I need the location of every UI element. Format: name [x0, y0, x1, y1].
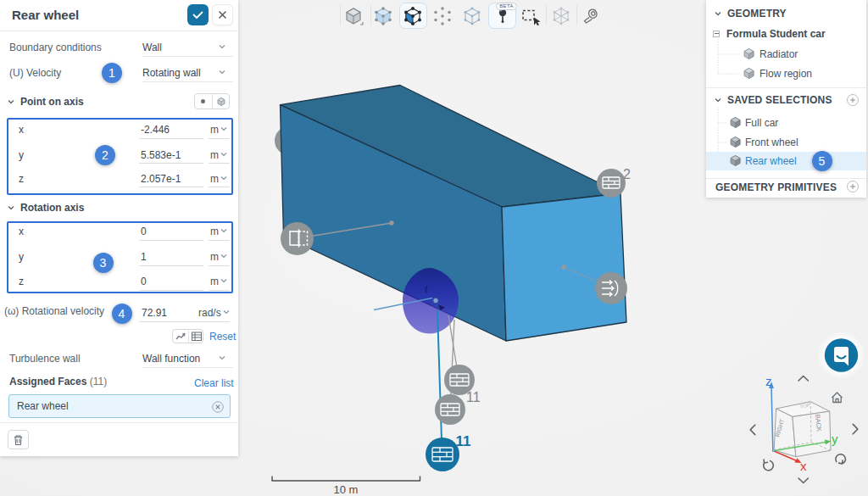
svg-text:x: x	[800, 459, 807, 473]
svg-text:10 m: 10 m	[334, 483, 359, 496]
svg-text:11: 11	[466, 390, 481, 404]
svg-text:y: y	[832, 432, 838, 446]
svg-text:11: 11	[456, 433, 471, 449]
svg-text:z: z	[765, 374, 772, 388]
svg-text:2: 2	[623, 167, 631, 181]
